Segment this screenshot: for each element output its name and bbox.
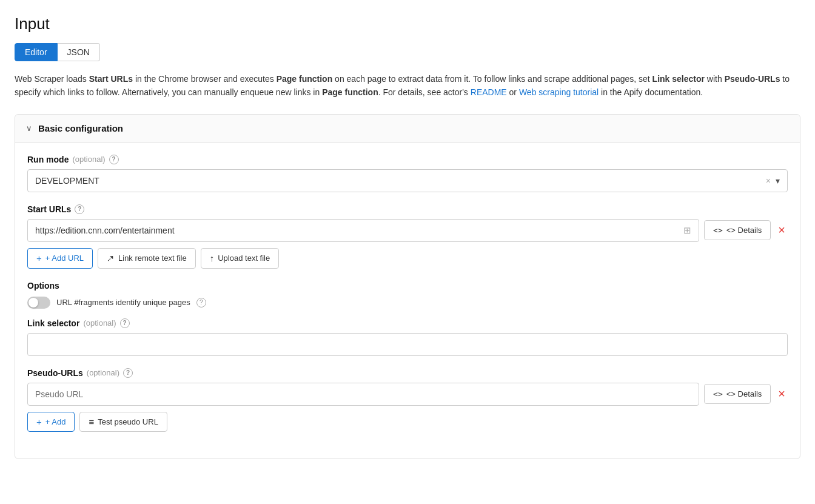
run-mode-select: × ▾ <box>27 169 788 192</box>
run-mode-field: Run mode (optional) ? × ▾ <box>27 155 788 192</box>
basic-config-title: Basic configuration <box>38 123 123 133</box>
pseudo-urls-field: Pseudo-URLs (optional) ? <> <> Details ×… <box>27 368 788 432</box>
run-mode-clear-button[interactable]: × <box>763 173 773 188</box>
options-label: Options <box>27 281 788 291</box>
run-mode-help-icon[interactable]: ? <box>109 155 119 164</box>
toggle-label-text: URL #fragments identify unique pages <box>56 298 190 307</box>
test-icon: ≡ <box>89 417 94 427</box>
link-remote-button[interactable]: ⇢ Link remote text file <box>98 248 196 269</box>
basic-config-header[interactable]: ∨ Basic configuration <box>15 115 800 143</box>
url-input-wrapper: ⊞ <box>27 219 699 242</box>
start-urls-field: Start URLs ? ⊞ <> <> Details × <box>27 204 788 269</box>
tab-bar: Editor JSON <box>15 43 800 61</box>
run-mode-dropdown-button[interactable]: ▾ <box>773 173 782 188</box>
chevron-down-icon: ∨ <box>26 124 32 133</box>
toggle-row: URL #fragments identify unique pages ? <box>27 297 788 309</box>
pseudo-url-input[interactable] <box>33 383 694 405</box>
pseudo-plus-icon: + <box>36 417 42 427</box>
options-field: Options URL #fragments identify unique p… <box>27 281 788 309</box>
link-selector-field: Link selector (optional) ? <box>27 318 788 356</box>
plus-icon: + <box>36 253 42 263</box>
pseudo-urls-label: Pseudo-URLs (optional) ? <box>27 368 788 378</box>
pseudo-url-delete-button[interactable]: × <box>776 385 788 403</box>
link-selector-input[interactable] <box>27 333 788 356</box>
tutorial-link[interactable]: Web scraping tutorial <box>519 87 599 97</box>
link-selector-help-icon[interactable]: ? <box>120 318 130 328</box>
test-pseudo-url-button[interactable]: ≡ Test pseudo URL <box>79 412 167 432</box>
link-icon: ⇢ <box>104 252 118 265</box>
options-help-icon[interactable]: ? <box>196 298 206 307</box>
page-title: Input <box>15 15 800 33</box>
run-mode-input[interactable] <box>33 170 763 192</box>
start-urls-help-icon[interactable]: ? <box>75 204 84 214</box>
pseudo-url-row: <> <> Details × <box>27 383 788 406</box>
upload-icon: ↑ <box>210 253 215 263</box>
code-icon: <> <box>713 226 723 235</box>
add-url-button[interactable]: + + Add URL <box>27 248 93 269</box>
pseudo-delete-icon: × <box>778 387 785 401</box>
link-selector-label: Link selector (optional) ? <box>27 318 788 328</box>
url-grid-icon[interactable]: ⊞ <box>681 223 694 238</box>
pseudo-url-actions: + + Add ≡ Test pseudo URL <box>27 412 788 432</box>
start-url-delete-button[interactable]: × <box>776 221 788 240</box>
pseudo-code-icon: <> <box>713 389 723 398</box>
url-actions: + + Add URL ⇢ Link remote text file ↑ Up… <box>27 248 788 269</box>
basic-config-body: Run mode (optional) ? × ▾ Start URLs ? ⊞ <box>15 143 800 459</box>
start-url-input[interactable] <box>33 220 681 241</box>
tab-json[interactable]: JSON <box>58 43 100 61</box>
description-text: Web Scraper loads Start URLs in the Chro… <box>15 72 791 99</box>
pseudo-url-details-button[interactable]: <> <> Details <box>704 384 771 404</box>
run-mode-label: Run mode (optional) ? <box>27 155 788 164</box>
delete-icon: × <box>778 223 785 237</box>
upload-button[interactable]: ↑ Upload text file <box>201 248 280 269</box>
tab-editor[interactable]: Editor <box>15 43 58 61</box>
url-fragments-toggle[interactable] <box>27 297 50 309</box>
add-pseudo-url-button[interactable]: + + Add <box>27 412 75 432</box>
start-url-row: ⊞ <> <> Details × <box>27 219 788 242</box>
readme-link[interactable]: README <box>471 87 507 97</box>
start-urls-label: Start URLs ? <box>27 204 788 214</box>
pseudo-url-input-wrapper <box>27 383 699 406</box>
pseudo-urls-help-icon[interactable]: ? <box>123 368 133 378</box>
basic-config-section: ∨ Basic configuration Run mode (optional… <box>15 114 800 459</box>
start-url-details-button[interactable]: <> <> Details <box>704 220 771 240</box>
